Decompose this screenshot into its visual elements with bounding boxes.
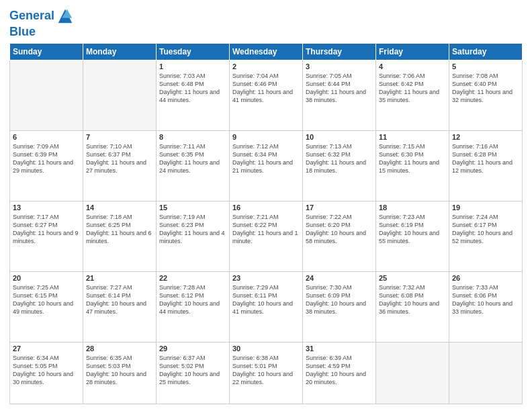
day-info: Sunrise: 7:09 AM Sunset: 6:39 PM Dayligh… — [13, 142, 80, 175]
day-number: 24 — [306, 274, 373, 282]
calendar-cell — [449, 342, 523, 404]
day-number: 1 — [159, 62, 226, 71]
calendar-cell: 27Sunrise: 6:34 AM Sunset: 5:05 PM Dayli… — [10, 342, 83, 404]
day-info: Sunrise: 7:08 AM Sunset: 6:40 PM Dayligh… — [452, 72, 519, 105]
calendar-cell: 29Sunrise: 6:37 AM Sunset: 5:02 PM Dayli… — [157, 342, 230, 404]
calendar-cell: 5Sunrise: 7:08 AM Sunset: 6:40 PM Daylig… — [449, 60, 523, 130]
day-info: Sunrise: 7:24 AM Sunset: 6:17 PM Dayligh… — [452, 213, 519, 246]
calendar-cell: 11Sunrise: 7:15 AM Sunset: 6:30 PM Dayli… — [376, 130, 449, 201]
day-info: Sunrise: 7:33 AM Sunset: 6:06 PM Dayligh… — [452, 283, 519, 316]
calendar-week-2: 13Sunrise: 7:17 AM Sunset: 6:27 PM Dayli… — [10, 201, 523, 271]
calendar-cell: 16Sunrise: 7:21 AM Sunset: 6:22 PM Dayli… — [230, 201, 303, 271]
day-info: Sunrise: 7:23 AM Sunset: 6:19 PM Dayligh… — [379, 213, 446, 246]
day-number: 19 — [452, 203, 519, 212]
day-info: Sunrise: 7:25 AM Sunset: 6:15 PM Dayligh… — [13, 283, 80, 316]
calendar-cell: 13Sunrise: 7:17 AM Sunset: 6:27 PM Dayli… — [10, 201, 83, 271]
calendar-week-0: 1Sunrise: 7:03 AM Sunset: 6:48 PM Daylig… — [10, 60, 523, 130]
calendar-cell: 30Sunrise: 6:38 AM Sunset: 5:01 PM Dayli… — [230, 342, 303, 404]
calendar-body: 1Sunrise: 7:03 AM Sunset: 6:48 PM Daylig… — [10, 60, 523, 404]
calendar-cell: 24Sunrise: 7:30 AM Sunset: 6:09 PM Dayli… — [303, 271, 376, 342]
calendar-table: SundayMondayTuesdayWednesdayThursdayFrid… — [9, 43, 523, 404]
calendar-cell: 7Sunrise: 7:10 AM Sunset: 6:37 PM Daylig… — [83, 130, 157, 201]
day-info: Sunrise: 7:29 AM Sunset: 6:11 PM Dayligh… — [232, 283, 300, 316]
day-info: Sunrise: 7:17 AM Sunset: 6:27 PM Dayligh… — [13, 213, 80, 246]
day-number: 26 — [452, 274, 519, 282]
day-info: Sunrise: 7:06 AM Sunset: 6:42 PM Dayligh… — [379, 72, 446, 105]
day-number: 5 — [452, 62, 519, 71]
calendar-cell: 4Sunrise: 7:06 AM Sunset: 6:42 PM Daylig… — [376, 60, 449, 130]
day-header-thursday: Thursday — [303, 43, 376, 60]
day-info: Sunrise: 6:34 AM Sunset: 5:05 PM Dayligh… — [13, 354, 80, 387]
day-number: 10 — [306, 133, 373, 141]
day-number: 20 — [13, 274, 80, 282]
logo: General Blue — [9, 7, 75, 39]
day-number: 6 — [13, 133, 80, 141]
calendar-cell: 10Sunrise: 7:13 AM Sunset: 6:32 PM Dayli… — [303, 130, 376, 201]
calendar-cell: 15Sunrise: 7:19 AM Sunset: 6:23 PM Dayli… — [157, 201, 230, 271]
day-number: 17 — [306, 203, 373, 212]
calendar-header: SundayMondayTuesdayWednesdayThursdayFrid… — [10, 43, 523, 60]
day-header-monday: Monday — [83, 43, 157, 60]
day-info: Sunrise: 7:10 AM Sunset: 6:37 PM Dayligh… — [86, 142, 153, 175]
calendar-cell — [376, 342, 449, 404]
day-number: 31 — [306, 345, 373, 353]
day-number: 13 — [13, 203, 80, 212]
calendar-cell: 2Sunrise: 7:04 AM Sunset: 6:46 PM Daylig… — [230, 60, 303, 130]
day-info: Sunrise: 7:21 AM Sunset: 6:22 PM Dayligh… — [232, 213, 300, 246]
day-number: 11 — [379, 133, 446, 141]
day-number: 21 — [86, 274, 153, 282]
calendar-cell: 18Sunrise: 7:23 AM Sunset: 6:19 PM Dayli… — [376, 201, 449, 271]
calendar-cell: 3Sunrise: 7:05 AM Sunset: 6:44 PM Daylig… — [303, 60, 376, 130]
day-header-tuesday: Tuesday — [157, 43, 230, 60]
logo-icon — [56, 7, 75, 26]
calendar-week-1: 6Sunrise: 7:09 AM Sunset: 6:39 PM Daylig… — [10, 130, 523, 201]
calendar-cell: 8Sunrise: 7:11 AM Sunset: 6:35 PM Daylig… — [157, 130, 230, 201]
calendar-cell: 19Sunrise: 7:24 AM Sunset: 6:17 PM Dayli… — [449, 201, 523, 271]
day-header-wednesday: Wednesday — [230, 43, 303, 60]
day-info: Sunrise: 7:04 AM Sunset: 6:46 PM Dayligh… — [232, 72, 300, 105]
day-header-sunday: Sunday — [10, 43, 83, 60]
header: General Blue — [9, 7, 523, 39]
day-header-saturday: Saturday — [449, 43, 523, 60]
logo-text-blue: Blue — [9, 26, 75, 39]
calendar-cell: 28Sunrise: 6:35 AM Sunset: 5:03 PM Dayli… — [83, 342, 157, 404]
calendar-cell: 23Sunrise: 7:29 AM Sunset: 6:11 PM Dayli… — [230, 271, 303, 342]
day-number: 14 — [86, 203, 153, 212]
page: General Blue SundayMondayTuesdayWednesda… — [0, 0, 532, 411]
calendar-cell: 6Sunrise: 7:09 AM Sunset: 6:39 PM Daylig… — [10, 130, 83, 201]
day-info: Sunrise: 7:28 AM Sunset: 6:12 PM Dayligh… — [159, 283, 226, 316]
calendar-cell: 1Sunrise: 7:03 AM Sunset: 6:48 PM Daylig… — [157, 60, 230, 130]
day-number: 3 — [306, 62, 373, 71]
day-info: Sunrise: 7:13 AM Sunset: 6:32 PM Dayligh… — [306, 142, 373, 175]
day-info: Sunrise: 6:39 AM Sunset: 4:59 PM Dayligh… — [306, 354, 373, 387]
day-info: Sunrise: 7:32 AM Sunset: 6:08 PM Dayligh… — [379, 283, 446, 316]
day-number: 18 — [379, 203, 446, 212]
day-number: 25 — [379, 274, 446, 282]
day-number: 2 — [232, 62, 300, 71]
calendar-cell — [83, 60, 157, 130]
day-number: 22 — [159, 274, 226, 282]
day-info: Sunrise: 7:27 AM Sunset: 6:14 PM Dayligh… — [86, 283, 153, 316]
day-number: 15 — [159, 203, 226, 212]
calendar-cell: 12Sunrise: 7:16 AM Sunset: 6:28 PM Dayli… — [449, 130, 523, 201]
day-info: Sunrise: 7:16 AM Sunset: 6:28 PM Dayligh… — [452, 142, 519, 175]
calendar-cell: 31Sunrise: 6:39 AM Sunset: 4:59 PM Dayli… — [303, 342, 376, 404]
day-info: Sunrise: 6:38 AM Sunset: 5:01 PM Dayligh… — [232, 354, 300, 387]
day-number: 4 — [379, 62, 446, 71]
header-row: SundayMondayTuesdayWednesdayThursdayFrid… — [10, 43, 523, 60]
day-number: 23 — [232, 274, 300, 282]
calendar-week-4: 27Sunrise: 6:34 AM Sunset: 5:05 PM Dayli… — [10, 342, 523, 404]
calendar-week-3: 20Sunrise: 7:25 AM Sunset: 6:15 PM Dayli… — [10, 271, 523, 342]
day-info: Sunrise: 7:03 AM Sunset: 6:48 PM Dayligh… — [159, 72, 226, 105]
day-number: 27 — [13, 345, 80, 353]
day-number: 9 — [232, 133, 300, 141]
day-info: Sunrise: 7:05 AM Sunset: 6:44 PM Dayligh… — [306, 72, 373, 105]
calendar-cell — [10, 60, 83, 130]
day-info: Sunrise: 7:30 AM Sunset: 6:09 PM Dayligh… — [306, 283, 373, 316]
day-info: Sunrise: 7:19 AM Sunset: 6:23 PM Dayligh… — [159, 213, 226, 246]
day-number: 12 — [452, 133, 519, 141]
calendar-cell: 20Sunrise: 7:25 AM Sunset: 6:15 PM Dayli… — [10, 271, 83, 342]
calendar-cell: 14Sunrise: 7:18 AM Sunset: 6:25 PM Dayli… — [83, 201, 157, 271]
day-header-friday: Friday — [376, 43, 449, 60]
day-number: 8 — [159, 133, 226, 141]
